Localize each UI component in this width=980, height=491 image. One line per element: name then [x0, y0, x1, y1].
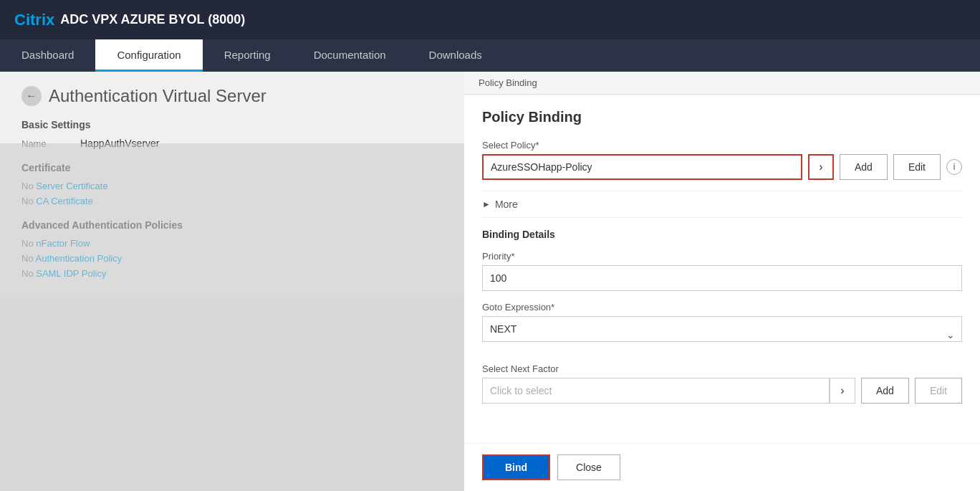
policy-edit-button[interactable]: Edit	[893, 154, 941, 180]
panel-footer: Bind Close	[464, 443, 980, 491]
next-factor-edit-button[interactable]: Edit	[915, 378, 962, 404]
brand: Citrix ADC VPX AZURE BYOL (8000)	[14, 11, 245, 29]
next-factor-arrow-button[interactable]: ›	[830, 378, 855, 404]
priority-label: Priority*	[482, 251, 962, 262]
panel-breadcrumb: Policy Binding	[464, 72, 980, 95]
tab-reporting[interactable]: Reporting	[203, 39, 292, 72]
next-factor-field[interactable]: Click to select	[482, 378, 830, 404]
policy-add-button[interactable]: Add	[840, 154, 888, 180]
panel-body: Policy Binding Select Policy* AzureSSOHa…	[464, 95, 980, 443]
basic-settings-title: Basic Settings	[21, 119, 443, 130]
back-button[interactable]: ←	[21, 86, 42, 106]
policy-input-field[interactable]: AzureSSOHapp-Policy	[482, 154, 802, 180]
panel-title: Policy Binding	[482, 109, 962, 125]
overlay	[0, 143, 464, 491]
app-header: Citrix ADC VPX AZURE BYOL (8000)	[0, 0, 980, 39]
priority-input[interactable]	[482, 265, 962, 291]
next-factor-label: Select Next Factor	[482, 363, 962, 374]
citrix-logo: Citrix	[14, 11, 54, 29]
next-factor-placeholder: Click to select	[490, 385, 552, 396]
policy-value: AzureSSOHapp-Policy	[491, 161, 592, 173]
policy-arrow-button[interactable]: ›	[808, 154, 834, 180]
info-icon[interactable]: i	[946, 159, 962, 175]
goto-select[interactable]: NEXT END USE_INVOCATION_RESULT	[482, 316, 962, 342]
more-arrow-icon: ►	[482, 199, 491, 209]
product-name: ADC VPX AZURE BYOL (8000)	[60, 12, 245, 27]
select-policy-label: Select Policy*	[482, 140, 962, 151]
tab-documentation[interactable]: Documentation	[292, 39, 408, 72]
policy-binding-panel: Policy Binding Policy Binding Select Pol…	[464, 72, 980, 491]
binding-details-title: Binding Details	[482, 229, 962, 240]
next-factor-add-button[interactable]: Add	[861, 378, 909, 404]
select-policy-row: AzureSSOHapp-Policy › Add Edit i	[482, 154, 962, 180]
goto-label: Goto Expression*	[482, 302, 962, 313]
tab-dashboard[interactable]: Dashboard	[0, 39, 95, 72]
navigation: Dashboard Configuration Reporting Docume…	[0, 39, 980, 72]
tab-configuration[interactable]: Configuration	[95, 39, 202, 72]
close-button[interactable]: Close	[557, 454, 620, 480]
more-label: More	[495, 199, 518, 210]
main-content: ← Authentication Virtual Server Basic Se…	[0, 72, 980, 491]
tab-downloads[interactable]: Downloads	[408, 39, 504, 72]
more-section[interactable]: ► More	[482, 191, 962, 218]
bind-button[interactable]: Bind	[482, 454, 550, 480]
next-factor-row: Click to select › Add Edit	[482, 378, 962, 404]
back-button-row: ← Authentication Virtual Server	[21, 86, 443, 106]
goto-select-wrapper: NEXT END USE_INVOCATION_RESULT ⌄	[482, 316, 962, 353]
page-title: Authentication Virtual Server	[49, 86, 266, 106]
